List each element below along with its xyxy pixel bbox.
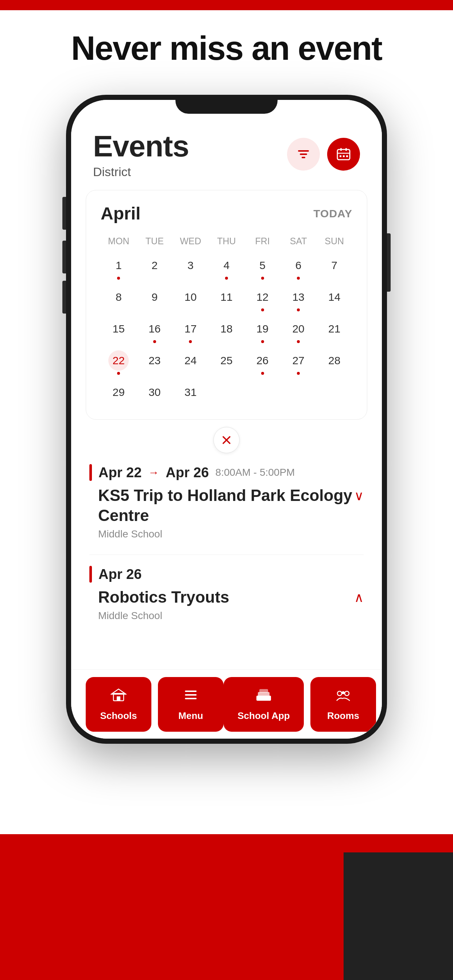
- cal-day-dot: [297, 309, 300, 311]
- event-school-2: Middle School: [98, 610, 229, 622]
- cal-day-num: 28: [324, 350, 345, 371]
- cal-day-num: 24: [180, 350, 201, 371]
- svg-rect-9: [346, 155, 348, 157]
- menu-svg-icon: [183, 687, 199, 703]
- cal-day-20[interactable]: 20: [281, 315, 317, 347]
- cal-day-30[interactable]: 30: [137, 379, 173, 406]
- calendar-card: April TODAY MON TUE WED THU FRI SAT SUN …: [86, 190, 367, 420]
- cal-day-26[interactable]: 26: [244, 347, 281, 379]
- calendar-today-btn[interactable]: TODAY: [313, 207, 353, 220]
- rooms-icon: [335, 687, 351, 706]
- nav-item-schools[interactable]: Schools: [86, 677, 152, 732]
- cal-day-num: 21: [324, 319, 345, 339]
- cal-day-num: 5: [252, 255, 273, 275]
- svg-point-23: [342, 691, 345, 694]
- svg-rect-6: [337, 153, 350, 154]
- filter-button[interactable]: [287, 138, 320, 170]
- cal-day-num: 19: [252, 319, 273, 339]
- header-buttons: [287, 138, 360, 170]
- cal-day-num: 8: [108, 287, 129, 307]
- cal-day-24[interactable]: 24: [172, 347, 209, 379]
- cal-day-num: 30: [144, 382, 165, 402]
- phone-notch: [175, 95, 278, 114]
- cal-day-num: 1: [108, 255, 129, 275]
- event-collapse-2[interactable]: ∧: [354, 590, 364, 605]
- cal-day-28[interactable]: 28: [316, 347, 353, 379]
- svg-rect-4: [340, 148, 342, 151]
- event-content-1: KS5 Trip to Holland Park Ecology Centre …: [89, 485, 364, 540]
- cal-day-23[interactable]: 23: [137, 347, 173, 379]
- cal-day-3[interactable]: 3: [172, 251, 209, 283]
- cal-day-5[interactable]: 5: [244, 251, 281, 283]
- event-arrow-icon: →: [148, 466, 159, 479]
- cal-day-num: 13: [288, 287, 309, 307]
- weekday-wed: WED: [172, 234, 209, 249]
- cal-day-9[interactable]: 9: [137, 283, 173, 315]
- svg-point-22: [345, 691, 349, 695]
- cal-day-27[interactable]: 27: [281, 347, 317, 379]
- cal-day-29[interactable]: 29: [100, 379, 137, 406]
- cal-day-1[interactable]: 1: [100, 251, 137, 283]
- svg-rect-7: [340, 155, 341, 157]
- event-school-1: Middle School: [98, 528, 354, 540]
- svg-rect-0: [298, 150, 309, 152]
- cal-day-19[interactable]: 19: [244, 315, 281, 347]
- event-content-2: Robotics Tryouts Middle School ∧: [89, 587, 364, 622]
- nav-item-school-app[interactable]: School App: [223, 677, 304, 732]
- side-button-silent: [62, 281, 66, 313]
- events-list: Apr 22 → Apr 26 8:00AM - 5:00PM KS5 Trip…: [71, 457, 382, 643]
- cal-day-25[interactable]: 25: [209, 347, 245, 379]
- cal-day-4[interactable]: 4: [209, 251, 245, 283]
- cal-day-num: 4: [216, 255, 237, 275]
- close-circle[interactable]: [214, 427, 239, 453]
- side-button-volume-down: [62, 240, 66, 274]
- cal-day-22[interactable]: 22: [100, 347, 137, 379]
- close-calendar-btn[interactable]: [71, 427, 382, 453]
- cal-day-10[interactable]: 10: [172, 283, 209, 315]
- cal-day-dot: [261, 340, 264, 343]
- calendar-days: 1234567891011121314151617181920212223242…: [100, 251, 353, 406]
- cal-day-num: 6: [288, 255, 309, 275]
- event-date-bar-2: [89, 566, 92, 582]
- cal-day-2[interactable]: 2: [137, 251, 173, 283]
- svg-rect-1: [300, 153, 307, 155]
- cal-day-8[interactable]: 8: [100, 283, 137, 315]
- cal-day-6[interactable]: 6: [281, 251, 317, 283]
- cal-day-dot: [117, 372, 120, 375]
- cal-day-11[interactable]: 11: [209, 283, 245, 315]
- cal-day-dot: [225, 277, 228, 280]
- nav-item-rooms[interactable]: Rooms: [310, 677, 376, 732]
- event-date-row-2: Apr 26: [89, 566, 364, 582]
- cal-day-dot: [117, 277, 120, 280]
- cal-day-dot: [261, 277, 264, 280]
- cal-day-15[interactable]: 15: [100, 315, 137, 347]
- nav-label-school-app: School App: [238, 710, 290, 722]
- nav-label-rooms: Rooms: [327, 710, 359, 722]
- menu-icon: [183, 687, 199, 706]
- cal-day-31[interactable]: 31: [172, 379, 209, 406]
- cal-day-num: 2: [144, 255, 165, 275]
- calendar-header: April TODAY: [100, 204, 353, 223]
- svg-rect-16: [185, 694, 196, 695]
- nav-group-left: Schools Menu: [86, 677, 223, 732]
- cal-day-21[interactable]: 21: [316, 315, 353, 347]
- calendar-button[interactable]: [327, 138, 360, 170]
- cal-day-7[interactable]: 7: [316, 251, 353, 283]
- cal-day-16[interactable]: 16: [137, 315, 173, 347]
- weekday-tue: TUE: [137, 234, 173, 249]
- cal-day-num: 17: [180, 319, 201, 339]
- cal-day-num: 22: [108, 350, 129, 371]
- event-expand-1[interactable]: ∨: [354, 488, 364, 503]
- cal-day-17[interactable]: 17: [172, 315, 209, 347]
- cal-day-12[interactable]: 12: [244, 283, 281, 315]
- cal-day-18[interactable]: 18: [209, 315, 245, 347]
- svg-rect-5: [345, 148, 347, 151]
- nav-item-menu[interactable]: Menu: [158, 677, 223, 732]
- cal-day-13[interactable]: 13: [281, 283, 317, 315]
- cal-day-14[interactable]: 14: [316, 283, 353, 315]
- calendar-month: April: [100, 204, 140, 223]
- event-date-start-2: Apr 26: [99, 566, 142, 582]
- cal-day-dot: [153, 340, 156, 343]
- side-button-power: [387, 233, 391, 292]
- svg-rect-18: [257, 695, 271, 701]
